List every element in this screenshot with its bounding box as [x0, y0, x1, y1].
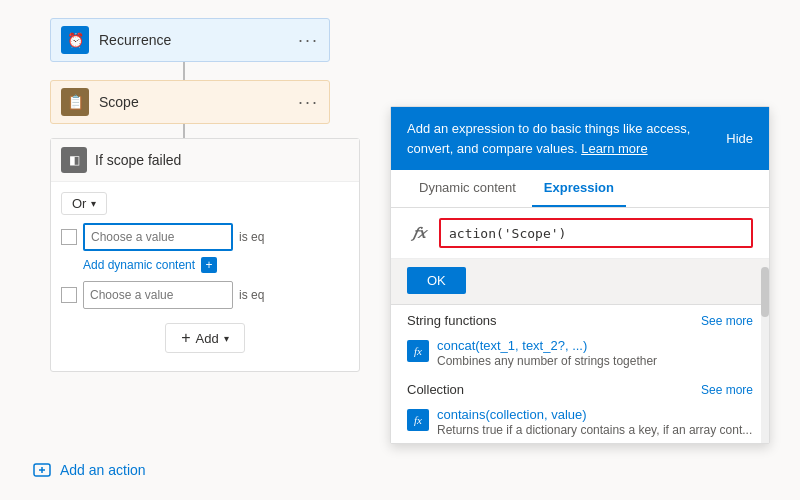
if-scope-icon: ◧: [61, 147, 87, 173]
collection-header: Collection See more: [391, 374, 769, 401]
add-chevron-icon: ▾: [224, 333, 229, 344]
if-scope-title: If scope failed: [95, 152, 349, 168]
learn-more-link[interactable]: Learn more: [581, 141, 647, 156]
if-scope-body: Or ▾ is eq Add dynamic content + is eq: [51, 182, 359, 371]
expression-ok-button[interactable]: OK: [407, 267, 466, 294]
scrollbar-track[interactable]: [761, 267, 769, 443]
hide-button[interactable]: Hide: [726, 129, 753, 149]
expression-info-bar: Add an expression to do basic things lik…: [391, 107, 769, 170]
collection-see-more[interactable]: See more: [701, 383, 753, 397]
condition-row-1: is eq: [61, 223, 349, 251]
expression-info-text: Add an expression to do basic things lik…: [407, 119, 714, 158]
func-contains-fx-icon: fx: [407, 409, 429, 431]
func-contains-item[interactable]: fx contains(collection, value) Returns t…: [391, 401, 769, 443]
condition-checkbox-2[interactable]: [61, 287, 77, 303]
condition-value-input-2[interactable]: [83, 281, 233, 309]
arrow-connector-1: [183, 62, 185, 80]
or-label: Or: [72, 196, 86, 211]
string-functions-title: String functions: [407, 313, 497, 328]
condition-value-input-1[interactable]: [83, 223, 233, 251]
func-concat-fx-icon: fx: [407, 340, 429, 362]
func-contains-name[interactable]: contains(collection, value): [437, 407, 752, 422]
if-scope-block: ◧ If scope failed Or ▾ is eq Add dynamic…: [50, 138, 360, 372]
add-action-label: Add an action: [60, 462, 146, 478]
string-functions-header: String functions See more: [391, 305, 769, 332]
add-dynamic-label: Add dynamic content: [83, 258, 195, 272]
func-concat-item[interactable]: fx concat(text_1, text_2?, ...) Combines…: [391, 332, 769, 374]
canvas: ⏰ Recurrence ··· 📋 Scope ··· ◧ If scope …: [0, 0, 800, 500]
expression-ok-row: OK: [391, 259, 769, 305]
if-scope-header: ◧ If scope failed: [51, 139, 359, 182]
add-button-row: + Add ▾: [61, 315, 349, 361]
recurrence-icon: ⏰: [61, 26, 89, 54]
scrollbar-thumb[interactable]: [761, 267, 769, 317]
expression-panel: Add an expression to do basic things lik…: [390, 106, 770, 444]
plus-icon: +: [181, 329, 190, 347]
expression-tabs: Dynamic content Expression: [391, 170, 769, 208]
or-chevron-icon: ▾: [91, 198, 96, 209]
func-contains-info: contains(collection, value) Returns true…: [437, 407, 752, 437]
scope-title: Scope: [99, 94, 298, 110]
func-concat-desc: Combines any number of strings together: [437, 354, 657, 368]
expression-input[interactable]: [439, 218, 753, 248]
add-condition-button[interactable]: + Add ▾: [165, 323, 244, 353]
condition-row-2: is eq: [61, 281, 349, 309]
scope-more-button[interactable]: ···: [298, 92, 319, 113]
condition-checkbox-1[interactable]: [61, 229, 77, 245]
scope-block[interactable]: 📋 Scope ···: [50, 80, 330, 124]
fx-icon: 𝑓𝑥: [407, 221, 431, 245]
expression-functions-list: String functions See more fx concat(text…: [391, 305, 769, 443]
condition-operator-2: is eq: [239, 288, 264, 302]
add-dynamic-plus-icon: +: [201, 257, 217, 273]
func-concat-name[interactable]: concat(text_1, text_2?, ...): [437, 338, 657, 353]
collection-title: Collection: [407, 382, 464, 397]
add-action-bar[interactable]: Add an action: [30, 458, 146, 482]
add-dynamic-content-link[interactable]: Add dynamic content +: [83, 257, 349, 273]
tab-expression[interactable]: Expression: [532, 170, 626, 207]
func-concat-info: concat(text_1, text_2?, ...) Combines an…: [437, 338, 657, 368]
recurrence-title: Recurrence: [99, 32, 298, 48]
recurrence-more-button[interactable]: ···: [298, 30, 319, 51]
recurrence-block[interactable]: ⏰ Recurrence ···: [50, 18, 330, 62]
scope-icon: 📋: [61, 88, 89, 116]
expression-input-row: 𝑓𝑥: [391, 208, 769, 259]
tab-dynamic-content[interactable]: Dynamic content: [407, 170, 528, 207]
string-functions-see-more[interactable]: See more: [701, 314, 753, 328]
add-action-icon: [30, 458, 54, 482]
condition-operator-1: is eq: [239, 230, 264, 244]
add-label: Add: [196, 331, 219, 346]
func-contains-desc: Returns true if a dictionary contains a …: [437, 423, 752, 437]
or-dropdown-button[interactable]: Or ▾: [61, 192, 107, 215]
